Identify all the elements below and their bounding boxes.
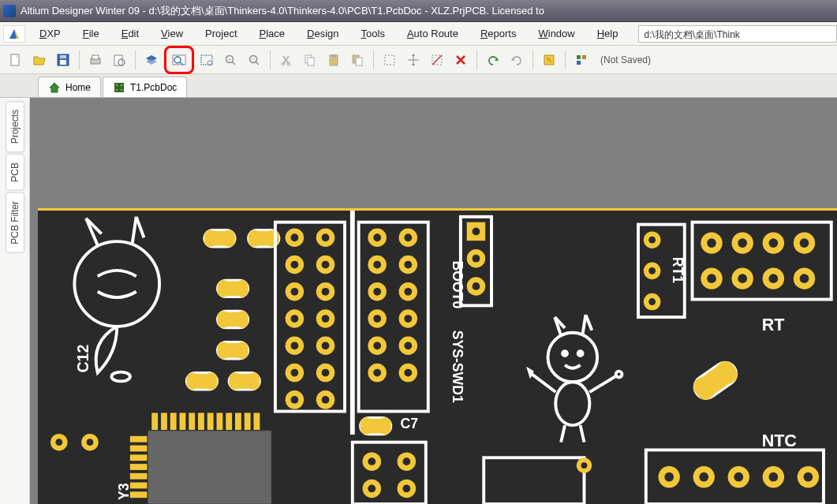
svg-marker-38	[412, 54, 415, 56]
menu-tools[interactable]: Tools	[350, 24, 396, 43]
zoom-out-button[interactable]: −	[243, 49, 265, 71]
svg-rect-35	[385, 55, 394, 65]
undo-button[interactable]	[482, 49, 504, 71]
svg-point-181	[768, 274, 778, 283]
menu-autoroute[interactable]: Auto Route	[396, 24, 469, 43]
sidetab-projects[interactable]: Projects	[6, 101, 24, 152]
svg-point-124	[373, 288, 381, 296]
svg-rect-2	[11, 54, 19, 65]
svg-point-229	[402, 485, 410, 493]
svg-point-166	[648, 298, 656, 305]
svg-rect-211	[130, 436, 148, 442]
svg-rect-81	[205, 373, 218, 390]
designator-rt1: RT1	[670, 257, 686, 283]
svg-point-126	[404, 288, 412, 296]
svg-point-151	[562, 351, 567, 356]
svg-point-99	[291, 315, 299, 323]
designator-ntc: NTC	[762, 431, 797, 450]
redo-button[interactable]	[506, 49, 528, 71]
svg-point-169	[707, 238, 716, 248]
svg-marker-4	[34, 57, 45, 65]
menu-reports[interactable]: Reports	[469, 24, 528, 43]
svg-rect-78	[236, 342, 248, 359]
pcb-canvas[interactable]: C12	[38, 208, 837, 504]
svg-point-225	[402, 457, 410, 465]
svg-point-105	[322, 342, 330, 349]
menu-dxp[interactable]: DXP	[28, 24, 72, 43]
svg-point-143	[473, 255, 480, 263]
paste-button[interactable]	[323, 49, 345, 71]
home-icon	[48, 81, 61, 94]
menu-view[interactable]: View	[150, 24, 194, 43]
editor-viewport[interactable]: C12	[30, 98, 837, 504]
menu-help[interactable]: Help	[586, 24, 630, 43]
svg-rect-198	[148, 431, 271, 504]
sidetab-pcb-filter[interactable]: PCB Filter	[6, 192, 24, 253]
select-rect-button[interactable]	[379, 49, 401, 71]
svg-rect-34	[356, 58, 362, 65]
svg-rect-72	[236, 280, 248, 297]
open-file-button[interactable]	[28, 49, 50, 71]
svg-point-189	[664, 472, 674, 482]
svg-point-183	[800, 274, 809, 283]
copy-button[interactable]	[299, 49, 321, 71]
designator-y3: Y3	[116, 483, 132, 500]
tab-pcbdoc[interactable]: T1.PcbDoc	[103, 77, 187, 97]
print-preview-button[interactable]	[108, 49, 130, 71]
save-button[interactable]	[52, 49, 74, 71]
svg-point-195	[768, 472, 778, 482]
pcb-file-icon	[113, 81, 125, 94]
svg-point-179	[738, 274, 747, 283]
svg-rect-83	[229, 373, 241, 390]
svg-point-173	[768, 238, 778, 248]
print-button[interactable]	[84, 49, 106, 71]
svg-rect-208	[235, 413, 241, 430]
save-status-text: (Not Saved)	[600, 54, 651, 65]
deselect-button[interactable]	[426, 49, 448, 71]
menu-window[interactable]: Window	[527, 24, 585, 43]
clear-button[interactable]	[450, 49, 472, 71]
document-path-box[interactable]: d:\我的文档\桌面\Think	[638, 25, 837, 43]
altium-logo-icon[interactable]	[3, 25, 25, 43]
menu-design[interactable]: Design	[296, 24, 349, 43]
svg-point-56	[121, 89, 122, 91]
svg-rect-213	[130, 454, 148, 461]
fit-board-button[interactable]	[168, 49, 190, 71]
svg-rect-212	[130, 446, 148, 452]
svg-point-227	[368, 485, 376, 493]
layers-button[interactable]	[140, 49, 163, 71]
menu-file[interactable]: File	[72, 24, 110, 43]
svg-rect-219	[361, 417, 373, 435]
svg-rect-215	[130, 473, 148, 480]
design-rules-button[interactable]: ✎	[538, 49, 560, 71]
browse-objects-button[interactable]	[570, 49, 592, 71]
svg-rect-74	[218, 311, 230, 328]
svg-rect-52	[114, 83, 124, 92]
svg-point-138	[404, 369, 412, 377]
svg-point-197	[804, 472, 813, 482]
cut-button[interactable]	[275, 49, 297, 71]
svg-line-41	[432, 55, 442, 65]
svg-rect-205	[207, 413, 214, 430]
designator-c7: C7	[401, 416, 419, 431]
svg-rect-214	[130, 464, 148, 470]
duplicate-button[interactable]	[346, 49, 368, 71]
sidetab-pcb[interactable]: PCB	[6, 154, 24, 191]
zoom-area-button[interactable]	[196, 49, 218, 71]
svg-text:✎: ✎	[546, 56, 552, 65]
new-file-button[interactable]	[5, 49, 27, 71]
svg-rect-220	[379, 417, 391, 435]
svg-point-175	[800, 238, 809, 248]
zoom-selected-button[interactable]: +	[219, 49, 241, 71]
move-button[interactable]	[402, 49, 424, 71]
svg-point-87	[291, 233, 299, 241]
window-title: Altium Designer Winter 09 - d:\我的文档\桌面\T…	[21, 4, 544, 18]
menu-edit[interactable]: Edit	[110, 24, 150, 43]
tab-home[interactable]: Home	[38, 77, 101, 97]
menu-project[interactable]: Project	[194, 24, 248, 43]
svg-rect-30	[308, 58, 314, 65]
menu-place[interactable]: Place	[248, 24, 297, 43]
red-highlight-annotation	[164, 46, 194, 74]
tab-pcbdoc-label: T1.PcbDoc	[130, 82, 177, 93]
svg-rect-48	[577, 55, 581, 59]
